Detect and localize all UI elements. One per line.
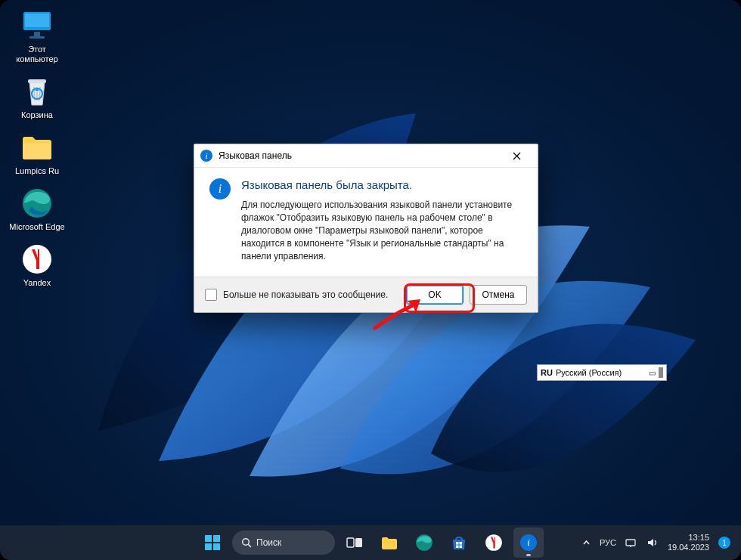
icon-label: Этот компьютер: [9, 45, 65, 64]
dialog-body: i Языковая панель была закрыта. Для посл…: [194, 168, 538, 277]
svg-rect-9: [205, 535, 212, 542]
task-view-button[interactable]: [339, 528, 370, 558]
cancel-button[interactable]: Отмена: [470, 285, 527, 305]
icon-label: Корзина: [21, 110, 53, 120]
tray-volume-icon[interactable]: [646, 537, 659, 548]
trash-icon: [20, 75, 54, 108]
svg-rect-12: [213, 543, 220, 550]
desktop-icons: Этот компьютер Корзина Lumpics Ru Micros…: [9, 9, 65, 288]
windows-icon: [204, 534, 221, 551]
dialog-footer: Больше не показывать это сообщение. OK О…: [194, 277, 538, 312]
icon-yandex[interactable]: Yandex: [9, 243, 65, 288]
taskbar: Поиск i РУС: [0, 525, 741, 560]
taskview-icon: [346, 536, 363, 549]
tray-lang[interactable]: РУС: [600, 538, 616, 547]
checkbox-label: Больше не показывать это сообщение.: [223, 289, 400, 300]
svg-rect-11: [205, 543, 212, 550]
close-button[interactable]: [501, 146, 532, 166]
edge-icon: [20, 187, 54, 220]
taskbar-edge[interactable]: [409, 528, 439, 558]
yandex-icon: [20, 243, 54, 276]
svg-rect-10: [213, 535, 220, 542]
svg-rect-3: [34, 32, 40, 36]
svg-rect-2: [25, 14, 49, 27]
start-button[interactable]: [197, 528, 228, 558]
dialog-heading: Языковая панель была закрыта.: [241, 178, 522, 191]
langbar-grip-icon[interactable]: [659, 367, 663, 378]
dialog-title: Языковая панель: [219, 150, 292, 161]
taskbar-search[interactable]: Поиск: [232, 531, 335, 555]
dont-show-again-checkbox[interactable]: [205, 289, 217, 301]
icon-recycle-bin[interactable]: Корзина: [9, 75, 65, 120]
icon-folder-lumpics[interactable]: Lumpics Ru: [9, 131, 65, 176]
info-icon: i: [209, 178, 231, 200]
taskbar-explorer[interactable]: [374, 528, 405, 558]
tray-date: 19.04.2023: [668, 543, 709, 552]
langbar-code: RU: [541, 368, 553, 377]
dialog-text: Для последующего использования языковой …: [241, 199, 522, 263]
svg-rect-5: [28, 79, 46, 83]
folder-icon: [20, 131, 54, 164]
language-panel-dialog: i Языковая панель i Языковая панель была…: [194, 144, 538, 313]
icon-label: Yandex: [23, 278, 51, 288]
svg-point-13: [243, 539, 250, 546]
search-icon: [241, 537, 252, 548]
taskbar-center: Поиск i: [197, 528, 544, 558]
icon-edge[interactable]: Microsoft Edge: [9, 187, 65, 232]
edge-icon: [415, 534, 433, 552]
yandex-icon: [485, 534, 503, 552]
desktop-screen: Этот компьютер Корзина Lumpics Ru Micros…: [0, 0, 741, 560]
langbar-minimize-icon[interactable]: ▭: [649, 369, 656, 377]
langbar-name: Русский (Россия): [556, 368, 622, 377]
taskbar-langpanel-dialog[interactable]: i: [513, 528, 544, 558]
dialog-titlebar[interactable]: i Языковая панель: [194, 144, 538, 168]
taskbar-store[interactable]: [444, 528, 474, 558]
icon-label: Lumpics Ru: [15, 166, 59, 176]
tray-network-icon[interactable]: [625, 537, 637, 548]
close-icon: [513, 152, 521, 160]
svg-rect-19: [460, 542, 463, 545]
svg-rect-20: [456, 546, 459, 549]
info-icon: i: [200, 150, 212, 162]
tray-clock[interactable]: 13:15 19.04.2023: [668, 533, 709, 552]
svg-rect-16: [355, 538, 362, 547]
store-icon: [451, 534, 467, 551]
svg-rect-18: [456, 542, 459, 545]
svg-rect-23: [626, 540, 635, 546]
svg-rect-21: [460, 546, 463, 549]
ok-button[interactable]: OK: [406, 285, 464, 305]
search-label: Поиск: [256, 537, 281, 548]
tray-time: 13:15: [688, 533, 709, 543]
language-bar[interactable]: RU Русский (Россия) ▭: [537, 364, 667, 381]
folder-icon: [380, 535, 398, 550]
taskbar-yandex[interactable]: [479, 528, 509, 558]
tray-notifications[interactable]: 1: [718, 537, 730, 549]
info-icon: i: [520, 534, 537, 551]
svg-line-14: [248, 544, 251, 547]
system-tray: РУС 13:15 19.04.2023 1: [582, 533, 730, 552]
tray-chevron-icon[interactable]: [582, 539, 591, 547]
icon-label: Microsoft Edge: [9, 222, 64, 232]
icon-this-pc[interactable]: Этот компьютер: [9, 9, 65, 64]
svg-rect-15: [347, 538, 354, 547]
monitor-icon: [20, 9, 54, 42]
svg-rect-4: [29, 36, 45, 39]
